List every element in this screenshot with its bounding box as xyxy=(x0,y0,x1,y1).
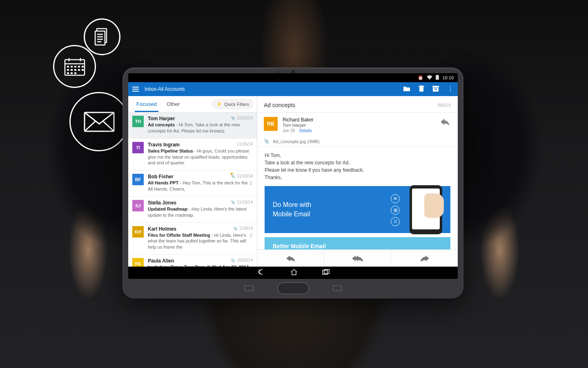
mini-doc-icon: ▤ xyxy=(391,206,400,215)
message-row[interactable]: TITravis IngramSales Pipeline Status - H… xyxy=(128,139,257,171)
svg-rect-11 xyxy=(71,66,73,67)
clock-text: 10:10 xyxy=(442,75,454,80)
body-signature: Thanks, xyxy=(265,174,450,181)
paperclip-icon: 📎 xyxy=(264,139,270,144)
message-thread-count: 2 xyxy=(249,181,252,186)
message-preview: Invitation: Press Tour Prep @ Wed Apr 23… xyxy=(148,264,253,267)
avatar: BF xyxy=(132,174,144,185)
message-date: 11/25/14 xyxy=(237,142,253,146)
svg-rect-16 xyxy=(71,69,73,71)
recent-apps-button[interactable] xyxy=(244,285,254,291)
attachment-row[interactable]: 📎 Ad_concepts.jpg (3MB) xyxy=(257,136,458,147)
svg-rect-1 xyxy=(95,31,105,45)
svg-rect-10 xyxy=(67,66,69,67)
svg-rect-28 xyxy=(419,87,423,92)
folder-badge: INBOX xyxy=(437,103,451,108)
svg-rect-31 xyxy=(432,86,439,88)
svg-rect-13 xyxy=(78,66,80,67)
reply-action-bar xyxy=(257,249,458,267)
quick-filters-label: Quick Filters xyxy=(224,102,249,107)
tab-other[interactable]: Other xyxy=(162,96,185,112)
svg-rect-15 xyxy=(67,69,69,71)
card-mini-icons: ✉ ▤ ☷ xyxy=(391,194,400,226)
svg-rect-20 xyxy=(67,72,69,74)
trash-icon[interactable] xyxy=(419,85,424,93)
document-icon xyxy=(84,18,120,55)
ad-card-1: Do More with Mobile Email ✉ ▤ ☷ xyxy=(265,186,450,233)
svg-rect-19 xyxy=(82,69,84,71)
body-line-2: Please let me know if you have any feedb… xyxy=(265,166,450,174)
message-row[interactable]: BFBob FisherAll Hands PPT - Hey Tom, Thi… xyxy=(128,171,257,197)
message-preview: All Hands PPT - Hey Tom, This is the dec… xyxy=(148,180,253,192)
nav-back-icon[interactable] xyxy=(257,269,266,277)
reply-button[interactable] xyxy=(257,250,324,267)
svg-rect-18 xyxy=(78,69,80,71)
email-body: Hi Tom, Take a look at the new concepts … xyxy=(257,147,458,249)
sender-avatar: RB xyxy=(264,117,278,131)
card2-line1: Better Mobile Email xyxy=(273,242,442,249)
message-row[interactable]: SJStella JonesUpdated Roadmap - Hey Lind… xyxy=(128,197,257,223)
message-date: 11/9/14 xyxy=(233,226,253,231)
svg-line-24 xyxy=(85,121,95,131)
paperclip-icon xyxy=(231,200,235,204)
appbar-title: Inbox-All Accounts xyxy=(145,86,397,92)
tablet-frame: ⏰ 10:10 Inbox-All Accounts xyxy=(122,67,463,298)
message-list[interactable]: THTom HarperAd concepts - Hi Tom, Take a… xyxy=(128,112,257,267)
calendar-icon xyxy=(53,45,96,88)
mini-mail-icon: ✉ xyxy=(391,194,400,203)
appbar: Inbox-All Accounts ⋮ xyxy=(128,82,458,96)
email-date-row: Jun 28 Details xyxy=(283,128,314,133)
svg-rect-30 xyxy=(420,85,423,86)
body-line-1: Take a look at the new concepts for Ad. xyxy=(265,159,450,166)
battery-icon xyxy=(436,75,439,81)
folder-icon[interactable] xyxy=(403,86,410,93)
reply-all-button[interactable] xyxy=(324,250,391,267)
archive-icon[interactable] xyxy=(432,86,439,93)
email-from: Richard Baker xyxy=(283,117,314,123)
home-button[interactable] xyxy=(277,282,309,294)
message-row[interactable]: KHKarl HolmesFiles for Offsite Staff Mee… xyxy=(128,223,257,255)
message-preview: Ad concepts - Hi Tom, Take a look at the… xyxy=(148,122,253,134)
card1-line1: Do More with xyxy=(273,200,311,209)
message-date: 11/10/14 xyxy=(231,200,253,204)
mini-cal-icon: ☷ xyxy=(391,217,400,226)
message-row[interactable]: PAPaula AllenInvitation: Press Tour Prep… xyxy=(128,255,257,267)
quick-filters-button[interactable]: ⚡ Quick Filters xyxy=(212,99,254,109)
message-date: 10/20/14 xyxy=(231,258,253,263)
message-date: 11/10/14 xyxy=(231,174,253,178)
attachment-name: Ad_concepts.jpg (3MB) xyxy=(273,139,319,144)
menu-button[interactable] xyxy=(132,87,139,92)
avatar: KH xyxy=(132,226,144,238)
list-tabs: Focused Other ⚡ Quick Filters xyxy=(128,96,257,112)
avatar: TH xyxy=(132,116,144,127)
svg-rect-27 xyxy=(437,75,438,76)
message-preview: Updated Roadmap - Hey Linda, Here's the … xyxy=(148,206,253,218)
paperclip-icon xyxy=(233,226,238,231)
email-subject-row: Ad concepts INBOX xyxy=(257,96,458,113)
bolt-icon: ⚡ xyxy=(216,101,222,107)
svg-rect-22 xyxy=(74,72,76,74)
details-link[interactable]: Details xyxy=(299,128,312,133)
message-date: 12/10/14 xyxy=(231,116,253,120)
svg-rect-14 xyxy=(82,66,84,67)
message-row[interactable]: THTom HarperAd concepts - Hi Tom, Take a… xyxy=(128,112,257,139)
android-navbar xyxy=(128,267,458,279)
svg-rect-12 xyxy=(74,66,76,67)
android-statusbar: ⏰ 10:10 xyxy=(128,73,458,82)
svg-rect-32 xyxy=(433,88,439,92)
reply-icon[interactable] xyxy=(441,119,450,127)
ad-card-2: Better Mobile Email Focus on what matter… xyxy=(265,237,450,249)
nav-recents-icon[interactable] xyxy=(322,269,330,276)
email-to: Tom Harper xyxy=(283,123,314,128)
back-button[interactable] xyxy=(332,285,342,291)
alarm-icon: ⏰ xyxy=(418,75,423,81)
avatar: TI xyxy=(132,142,144,153)
tab-focused[interactable]: Focused xyxy=(131,96,162,112)
hand-illustration xyxy=(424,193,444,218)
email-header: RB Richard Baker Tom Harper Jun 28 Detai… xyxy=(257,113,458,136)
nav-home-icon[interactable] xyxy=(290,269,298,277)
main-split: Focused Other ⚡ Quick Filters THTom Harp… xyxy=(128,96,458,267)
message-preview: Sales Pipeline Status - Hi guys, Could y… xyxy=(148,148,253,166)
forward-button[interactable] xyxy=(391,250,458,267)
message-list-pane: Focused Other ⚡ Quick Filters THTom Harp… xyxy=(128,96,257,267)
